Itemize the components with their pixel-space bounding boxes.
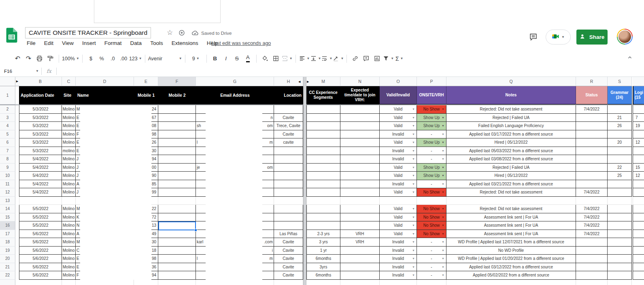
cell-C10[interactable]: Molino xyxy=(62,172,76,180)
insert-comment-icon[interactable] xyxy=(361,53,372,64)
row-header-23[interactable] xyxy=(0,280,15,285)
number-format-button[interactable]: 123▼ xyxy=(129,53,142,64)
horizontal-align-icon[interactable]: ▼ xyxy=(299,53,310,64)
italic-button[interactable]: I xyxy=(221,53,232,64)
account-avatar[interactable] xyxy=(617,29,633,45)
undo-icon[interactable]: ↶ xyxy=(12,53,23,64)
dropdown-arrow-icon[interactable]: ▼ xyxy=(442,224,444,227)
cell-C19[interactable]: Molino xyxy=(62,247,76,255)
cell-M15[interactable] xyxy=(306,213,340,222)
dropdown-arrow-icon[interactable]: ▼ xyxy=(412,274,415,276)
text-wrap-icon[interactable]: ▼ xyxy=(321,53,332,64)
vertical-align-icon[interactable]: ▼ xyxy=(310,53,321,64)
cell-B11[interactable]: 5/4/2022 xyxy=(19,180,62,189)
dropdown-arrow-icon[interactable]: ▼ xyxy=(442,216,444,219)
cell-H3[interactable]: Cavite xyxy=(274,114,303,122)
cell-S21[interactable] xyxy=(608,263,632,272)
cell-C9[interactable]: Molino xyxy=(62,164,76,172)
row-header-15[interactable]: 15 xyxy=(0,213,15,222)
cell-H2[interactable] xyxy=(274,105,303,114)
cell-N19[interactable] xyxy=(340,247,380,255)
dropdown-arrow-icon[interactable]: ▼ xyxy=(442,116,444,119)
share-button[interactable]: Share xyxy=(576,30,608,45)
cell-S4[interactable]: 26 xyxy=(608,122,632,130)
header-cell-loc[interactable]: Location xyxy=(274,86,303,104)
cell-O15[interactable]: Valid▼ xyxy=(380,213,417,222)
col-header-D[interactable]: D xyxy=(76,77,134,86)
dropdown-arrow-icon[interactable]: ▼ xyxy=(442,207,444,210)
cell-N3[interactable] xyxy=(340,114,380,122)
dropdown-arrow-icon[interactable]: ▼ xyxy=(442,240,444,243)
cell-S7[interactable] xyxy=(608,147,632,155)
cell-O12[interactable]: Valid▼ xyxy=(380,188,417,197)
cell-Q21[interactable]: Applied last 03/12/2022 from a different… xyxy=(446,263,576,272)
row-header-18[interactable]: 18 xyxy=(0,238,15,247)
row-header-16[interactable]: 16 xyxy=(0,221,15,230)
cell-R3[interactable] xyxy=(576,114,608,122)
row-header-10[interactable]: 10 xyxy=(0,172,15,180)
cell-F18[interactable] xyxy=(158,238,196,247)
dropdown-arrow-icon[interactable]: ▼ xyxy=(412,116,415,119)
cell-O9[interactable]: Valid▼ xyxy=(380,164,417,172)
cell-F3[interactable] xyxy=(158,114,196,122)
cell-P7[interactable]: -▼ xyxy=(417,147,446,155)
cell-P6[interactable]: Show Up▼ xyxy=(417,138,446,147)
fill-color-icon[interactable] xyxy=(259,53,270,64)
row-header-13[interactable]: 13 xyxy=(0,197,15,205)
cell-Q15[interactable]: Assessment link sent | For UA xyxy=(446,213,576,222)
cell-P14[interactable]: No Show▼ xyxy=(417,205,446,213)
dropdown-arrow-icon[interactable]: ▼ xyxy=(442,274,444,276)
cell-S14[interactable] xyxy=(608,205,632,213)
hidden-columns-right-indicator-icon[interactable]: ▶ xyxy=(307,79,311,84)
cell-N12[interactable] xyxy=(340,188,380,197)
cell-T18[interactable] xyxy=(633,238,644,247)
cell-O10[interactable]: Valid▼ xyxy=(380,172,417,180)
cell-S11[interactable] xyxy=(608,180,632,189)
cell-O3[interactable]: Valid▼ xyxy=(380,114,417,122)
cell-C8[interactable]: Molino xyxy=(62,155,76,164)
cell-T19[interactable] xyxy=(633,247,644,255)
cell-Q11[interactable]: Applied last 03/21/2022 from a different… xyxy=(446,180,576,189)
cell-O22[interactable]: Invalid▼ xyxy=(380,271,417,280)
header-cell-l[interactable]: Logi (15 xyxy=(633,86,644,104)
cell-T5[interactable] xyxy=(633,130,644,139)
document-title-input[interactable]: CAVITE ONSITE TRACKER - Springboard xyxy=(25,27,151,38)
cell-M5[interactable] xyxy=(306,130,340,139)
cell-R15[interactable]: 7/4/2022 xyxy=(576,213,608,222)
cell-P21[interactable]: -▼ xyxy=(417,263,446,272)
cell-Q16[interactable]: Assessment link sent | For UA xyxy=(446,221,576,230)
cell-N7[interactable] xyxy=(340,147,380,155)
cell-B16[interactable]: 5/5/2022 xyxy=(19,221,62,230)
font-select[interactable]: Avenir▼ xyxy=(148,53,182,64)
cell-P15[interactable]: No Show▼ xyxy=(417,213,446,222)
dropdown-arrow-icon[interactable]: ▼ xyxy=(442,191,444,194)
cell-R21[interactable] xyxy=(576,263,608,272)
cell-M12[interactable] xyxy=(306,188,340,197)
cell-H15[interactable] xyxy=(274,213,303,222)
cell-P10[interactable]: Show Up▼ xyxy=(417,172,446,180)
cell-H5[interactable]: Cavite xyxy=(274,130,303,139)
cell-S9[interactable]: 22 xyxy=(608,164,632,172)
header-cell-date[interactable]: Application Date xyxy=(19,86,62,104)
format-percent-button[interactable]: % xyxy=(96,53,107,64)
cell-F6[interactable] xyxy=(158,138,196,147)
cell-T17[interactable] xyxy=(633,230,644,238)
cell-Q5[interactable]: Applied last 03/17/2022 from a different… xyxy=(446,130,576,139)
cell-C12[interactable]: Molino xyxy=(62,188,76,197)
dropdown-arrow-icon[interactable]: ▼ xyxy=(442,124,444,127)
cell-N18[interactable]: VRH xyxy=(340,238,380,247)
cell-N5[interactable] xyxy=(340,130,380,139)
cell-R17[interactable]: 7/4/2022 xyxy=(576,230,608,238)
saved-to-drive-icon[interactable] xyxy=(191,30,199,38)
sheets-logo-icon[interactable] xyxy=(6,28,17,43)
cell-P3[interactable]: Show Up▼ xyxy=(417,114,446,122)
cell-N4[interactable] xyxy=(340,122,380,130)
cell-R10[interactable] xyxy=(576,172,608,180)
cell-Q10[interactable]: Hired | 05/12/2022 xyxy=(446,172,576,180)
cell-P9[interactable]: Show Up▼ xyxy=(417,164,446,172)
cell-R6[interactable] xyxy=(576,138,608,147)
cell-H6[interactable]: cavite xyxy=(274,138,303,147)
row-header-11[interactable]: 11 xyxy=(0,180,15,189)
format-currency-button[interactable]: $ xyxy=(85,53,96,64)
cell-C5[interactable]: Molino xyxy=(62,130,76,139)
